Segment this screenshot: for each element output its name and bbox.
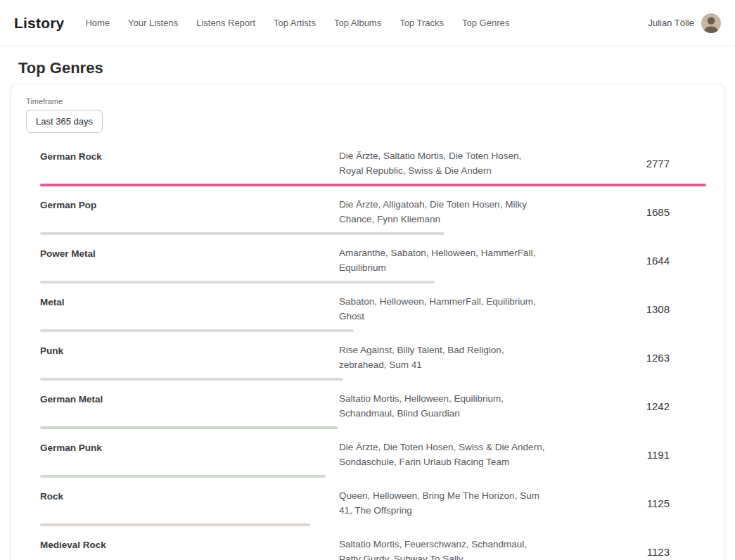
genre-count: 1125 <box>547 496 706 511</box>
genre-row: Punk Rise Against, Billy Talent, Bad Rel… <box>40 343 706 381</box>
nav-link-top-albums[interactable]: Top Albums <box>334 18 381 28</box>
genre-row: Medieval Rock Saltatio Mortis, Feuerschw… <box>40 537 706 560</box>
genre-artists: Saltatio Mortis, Feuerschwanz, Schandmau… <box>339 537 547 560</box>
genre-count: 1123 <box>547 545 706 559</box>
nav-link-home[interactable]: Home <box>85 18 110 28</box>
genre-row-grid: Metal Sabaton, Helloween, HammerFall, Eq… <box>40 294 706 324</box>
brand-logo[interactable]: Listory <box>14 15 64 32</box>
genre-row: German Metal Saltatio Mortis, Helloween,… <box>40 391 706 429</box>
genre-count: 1191 <box>547 447 706 462</box>
genre-artists: Rise Against, Billy Talent, Bad Religion… <box>339 343 547 372</box>
genre-row-grid: Punk Rise Against, Billy Talent, Bad Rel… <box>40 343 706 372</box>
genre-row-grid: Rock Queen, Helloween, Bring Me The Hori… <box>40 488 706 518</box>
genre-row-grid: German Punk Die Ärzte, Die Toten Hosen, … <box>40 440 706 469</box>
genre-row-grid: German Pop Die Ärzte, Alligatoah, Die To… <box>40 197 706 227</box>
genre-row: Rock Queen, Helloween, Bring Me The Hori… <box>40 488 706 526</box>
genre-bar <box>40 281 435 284</box>
genre-count: 1263 <box>547 350 706 365</box>
nav-link-top-tracks[interactable]: Top Tracks <box>400 18 444 28</box>
user-name: Julian Tölle <box>648 18 694 28</box>
genre-bar <box>40 523 310 526</box>
user-avatar[interactable] <box>701 13 721 33</box>
genre-list: German Rock Die Ärzte, Saltatio Mortis, … <box>26 148 706 560</box>
genre-name: Rock <box>40 488 339 504</box>
genre-row-grid: German Rock Die Ärzte, Saltatio Mortis, … <box>40 148 706 178</box>
top-navigation-bar: Listory HomeYour ListensListens ReportTo… <box>0 0 735 46</box>
avatar-photo <box>701 13 721 33</box>
genre-bar <box>40 378 343 381</box>
main-nav: HomeYour ListensListens ReportTop Artist… <box>85 18 648 28</box>
timeframe-label: Timeframe <box>26 97 706 106</box>
genre-row-grid: Medieval Rock Saltatio Mortis, Feuerschw… <box>40 537 706 560</box>
genre-artists: Die Ärzte, Saltatio Mortis, Die Toten Ho… <box>339 148 547 178</box>
genre-name: Medieval Rock <box>40 537 339 552</box>
genre-name: German Metal <box>40 391 339 407</box>
user-box[interactable]: Julian Tölle <box>648 13 721 33</box>
genre-count: 1644 <box>547 253 706 268</box>
genre-bar <box>40 232 445 235</box>
genre-name: German Pop <box>40 197 339 212</box>
nav-link-listens-report[interactable]: Listens Report <box>196 18 255 28</box>
genre-count: 1242 <box>547 399 706 414</box>
genre-name: Metal <box>40 294 339 310</box>
genre-bar <box>40 184 706 186</box>
genre-artists: Amaranthe, Sabaton, Helloween, HammerFal… <box>339 246 547 275</box>
genre-row: Power Metal Amaranthe, Sabaton, Hellowee… <box>40 246 706 284</box>
genre-artists: Saltatio Mortis, Helloween, Equilibrium,… <box>339 391 547 421</box>
genre-row: German Rock Die Ärzte, Saltatio Mortis, … <box>40 148 706 186</box>
genre-row: German Punk Die Ärzte, Die Toten Hosen, … <box>40 440 706 478</box>
genre-bar <box>40 329 354 332</box>
nav-link-top-genres[interactable]: Top Genres <box>462 18 509 28</box>
genre-artists: Queen, Helloween, Bring Me The Horizon, … <box>339 488 547 518</box>
genre-row-grid: Power Metal Amaranthe, Sabaton, Hellowee… <box>40 246 706 275</box>
genre-name: German Punk <box>40 440 339 455</box>
genre-name: Punk <box>40 343 339 358</box>
genre-count: 2777 <box>547 156 706 171</box>
timeframe-select[interactable]: Last 365 days <box>26 110 103 133</box>
genre-artists: Die Ärzte, Alligatoah, Die Toten Hosen, … <box>339 197 547 227</box>
genre-name: German Rock <box>40 148 339 164</box>
genre-row: German Pop Die Ärzte, Alligatoah, Die To… <box>40 197 706 235</box>
genre-bar <box>40 475 326 478</box>
genre-count: 1685 <box>547 205 706 219</box>
nav-link-your-listens[interactable]: Your Listens <box>128 18 178 28</box>
nav-link-top-artists[interactable]: Top Artists <box>274 18 316 28</box>
top-genres-card: Timeframe Last 365 days German Rock Die … <box>11 84 724 560</box>
genre-row: Metal Sabaton, Helloween, HammerFall, Eq… <box>40 294 706 332</box>
genre-artists: Sabaton, Helloween, HammerFall, Equilibr… <box>339 294 547 324</box>
genre-name: Power Metal <box>40 246 339 261</box>
page-title: Top Genres <box>18 59 735 77</box>
genre-count: 1308 <box>547 302 706 317</box>
genre-row-grid: German Metal Saltatio Mortis, Helloween,… <box>40 391 706 421</box>
genre-bar <box>40 426 338 429</box>
genre-artists: Die Ärzte, Die Toten Hosen, Swiss & Die … <box>339 440 547 469</box>
